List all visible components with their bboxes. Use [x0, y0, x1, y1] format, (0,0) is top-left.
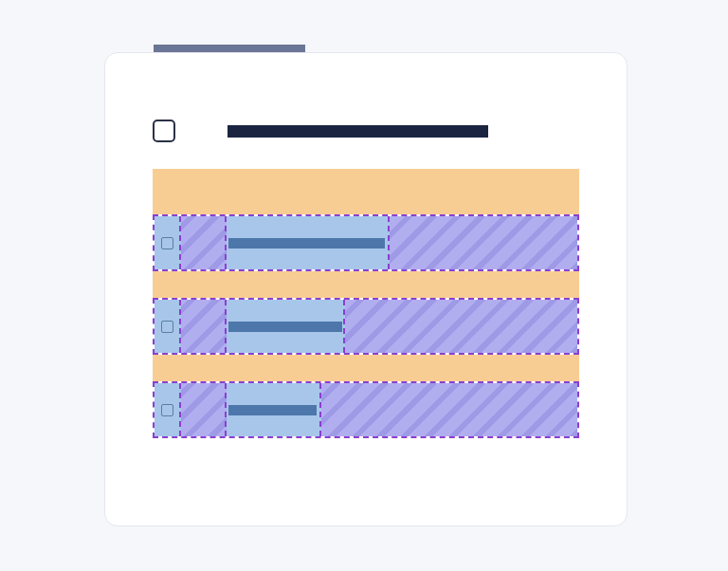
list-item[interactable]	[153, 381, 579, 438]
panel-card	[104, 52, 628, 526]
row-label	[228, 405, 317, 415]
checkbox-cell	[155, 300, 181, 353]
checkbox-cell	[155, 216, 181, 269]
gap-cell	[181, 383, 227, 436]
margin-highlight	[153, 355, 579, 381]
panel-title	[228, 125, 488, 138]
margin-highlight	[153, 271, 579, 298]
item-list	[153, 169, 579, 438]
row-checkbox[interactable]	[161, 237, 173, 249]
select-all-checkbox[interactable]	[153, 120, 175, 142]
header-row	[153, 120, 579, 142]
gap-cell	[181, 300, 227, 353]
list-item[interactable]	[153, 298, 579, 355]
content-cell	[227, 383, 321, 436]
row-label	[228, 322, 342, 332]
row-checkbox[interactable]	[161, 321, 173, 333]
content-cell	[227, 300, 345, 353]
list-item[interactable]	[153, 214, 579, 271]
margin-highlight	[153, 169, 579, 214]
row-checkbox[interactable]	[161, 404, 173, 416]
content-cell	[227, 216, 390, 269]
row-label	[228, 238, 385, 249]
gap-cell	[181, 216, 227, 269]
checkbox-cell	[155, 383, 181, 436]
